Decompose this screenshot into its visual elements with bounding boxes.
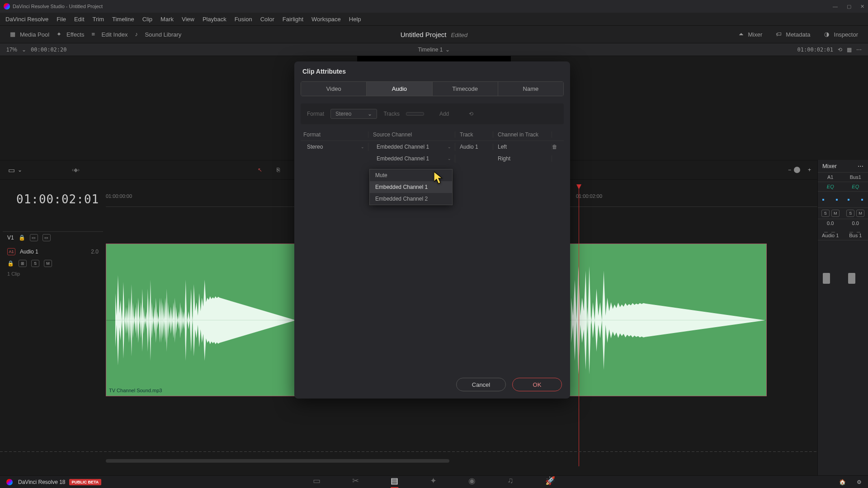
lock-icon[interactable]: 🔒 <box>19 235 25 241</box>
more-icon[interactable]: ⋯ <box>856 47 862 53</box>
timeline-view-icon[interactable]: ▭ <box>8 166 15 174</box>
menu-view[interactable]: View <box>182 16 194 23</box>
eq-button[interactable]: EQ <box>818 182 843 192</box>
delete-row-icon[interactable]: 🗑 <box>552 144 564 150</box>
timeline-name[interactable]: Timeline 1 <box>418 47 443 53</box>
solo-button[interactable]: S <box>846 210 854 217</box>
minimize-icon[interactable]: — <box>833 4 838 9</box>
clip-count: 1 Clip <box>3 269 103 278</box>
row-format-select[interactable]: Stereo⌄ <box>303 143 368 151</box>
channel-row: Stereo⌄ Embedded Channel 1⌄ Audio 1 Left… <box>301 141 564 153</box>
more-icon[interactable]: ⋯ <box>858 163 863 169</box>
mute-button[interactable]: M <box>44 260 52 267</box>
fader[interactable] <box>848 273 855 284</box>
next-edit-icon[interactable]: › <box>78 167 80 173</box>
zoom-out-icon[interactable]: − <box>788 167 791 173</box>
menu-edit[interactable]: Edit <box>74 16 84 23</box>
ok-button[interactable]: OK <box>512 378 562 391</box>
solo-button[interactable]: S <box>31 260 39 267</box>
menu-bar: DaVinci Resolve File Edit Trim Timeline … <box>0 13 868 25</box>
mixer-button[interactable]: ⏶Mixer <box>735 29 766 40</box>
menu-timeline[interactable]: Timeline <box>112 16 134 23</box>
tracks-input[interactable] <box>406 112 424 116</box>
fairlight-page-icon[interactable]: ♫ <box>507 476 514 488</box>
track-toggle-icon[interactable]: ▭ <box>30 234 38 241</box>
menu-workspace[interactable]: Workspace <box>311 16 341 23</box>
inspector-button[interactable]: ◑Inspector <box>821 29 862 40</box>
solo-button[interactable]: S <box>821 210 830 217</box>
edit-index-button[interactable]: ≡Edit Index <box>88 29 132 40</box>
menu-color[interactable]: Color <box>260 16 274 23</box>
chevron-down-icon[interactable]: ⌄ <box>18 167 22 173</box>
menu-davinci[interactable]: DaVinci Resolve <box>5 16 48 23</box>
home-icon[interactable]: 🏠 <box>839 479 846 485</box>
marker-icon[interactable]: ◆ <box>74 167 78 173</box>
menu-fairlight[interactable]: Fairlight <box>283 16 303 23</box>
audio-track-id[interactable]: A1 <box>7 248 15 255</box>
row-source-select-1[interactable]: Embedded Channel 1⌄ <box>373 143 455 151</box>
menu-file[interactable]: File <box>57 16 66 23</box>
auto-icon[interactable]: ⊞ <box>19 260 27 267</box>
mute-button[interactable]: M <box>856 210 864 217</box>
chevron-down-icon[interactable]: ⌄ <box>445 47 450 53</box>
lock-icon[interactable]: 🔒 <box>7 260 14 267</box>
project-title: Untitled ProjectEdited <box>401 31 468 38</box>
effects-icon: ✦ <box>57 31 64 38</box>
mute-button[interactable]: M <box>831 210 840 217</box>
tab-audio[interactable]: Audio <box>367 82 432 96</box>
reset-icon[interactable]: ⟲ <box>469 111 473 117</box>
deliver-page-icon[interactable]: 🚀 <box>545 476 555 488</box>
chevron-down-icon: ⌄ <box>448 145 451 149</box>
close-icon[interactable]: ✕ <box>860 4 864 9</box>
sync-icon[interactable]: ⟲ <box>838 47 842 53</box>
sub-toolbar: 17% ⌄ 00:00:02:20 Timeline 1 ⌄ 01:00:02:… <box>0 43 868 56</box>
dropdown-item-ch2[interactable]: Embedded Channel 2 <box>370 193 452 205</box>
add-button[interactable]: Add <box>439 111 449 117</box>
menu-help[interactable]: Help <box>349 16 361 23</box>
metadata-button[interactable]: 🏷Metadata <box>772 29 814 40</box>
menu-clip[interactable]: Clip <box>142 16 152 23</box>
effects-button[interactable]: ✦Effects <box>53 29 88 40</box>
tab-name[interactable]: Name <box>498 82 563 96</box>
timeline-scrollbar[interactable] <box>106 459 449 463</box>
dialog-title: Clip Attributes <box>294 61 570 81</box>
pan-control[interactable] <box>818 192 843 208</box>
tab-timecode[interactable]: Timecode <box>433 82 498 96</box>
clip-name-label: TV Channel Sound.mp3 <box>109 388 162 393</box>
media-pool-button[interactable]: ▦Media Pool <box>6 29 53 40</box>
fusion-page-icon[interactable]: ✦ <box>430 476 437 488</box>
zoom-value[interactable]: 17% <box>6 47 17 53</box>
menu-playback[interactable]: Playback <box>203 16 226 23</box>
pointer-tool-icon[interactable]: ↖ <box>258 167 262 173</box>
zoom-in-icon[interactable]: + <box>808 167 811 173</box>
mixer-title: Mixer <box>822 163 837 169</box>
menu-trim[interactable]: Trim <box>93 16 104 23</box>
timecode-left: 00:00:02:20 <box>31 47 66 53</box>
tab-video[interactable]: Video <box>301 82 367 96</box>
media-page-icon[interactable]: ▭ <box>313 476 321 488</box>
chevron-down-icon[interactable]: ⌄ <box>22 47 26 53</box>
menu-fusion[interactable]: Fusion <box>235 16 252 23</box>
col-source: Source Channel <box>368 131 455 138</box>
cut-page-icon[interactable]: ✂ <box>352 476 359 488</box>
range-tool-icon[interactable]: ⎘ <box>277 167 280 173</box>
settings-icon[interactable]: ⚙ <box>857 479 862 485</box>
row-source-select-2[interactable]: Embedded Channel 1⌄ <box>373 155 455 163</box>
layout-icon[interactable]: ▦ <box>847 47 852 53</box>
pan-control[interactable] <box>843 192 868 208</box>
grid-header: Format Source Channel Track Channel in T… <box>301 129 564 141</box>
maximize-icon[interactable]: ▢ <box>847 4 851 9</box>
cancel-button[interactable]: Cancel <box>456 378 506 391</box>
fader[interactable] <box>823 273 830 284</box>
edit-page-icon[interactable]: ▤ <box>391 476 398 488</box>
row-cit: Left <box>493 144 552 150</box>
sound-library-button[interactable]: ♪Sound Library <box>131 29 185 40</box>
zoom-slider[interactable] <box>794 167 800 173</box>
track-toggle-icon[interactable]: ▭ <box>42 234 51 241</box>
format-select[interactable]: Stereo⌄ <box>330 109 377 119</box>
menu-mark[interactable]: Mark <box>160 16 174 23</box>
color-page-icon[interactable]: ◉ <box>468 476 476 488</box>
format-bar: Format Stereo⌄ Tracks Add ⟲ <box>301 103 564 124</box>
eq-button[interactable]: EQ <box>843 182 868 192</box>
playhead[interactable] <box>579 187 579 466</box>
